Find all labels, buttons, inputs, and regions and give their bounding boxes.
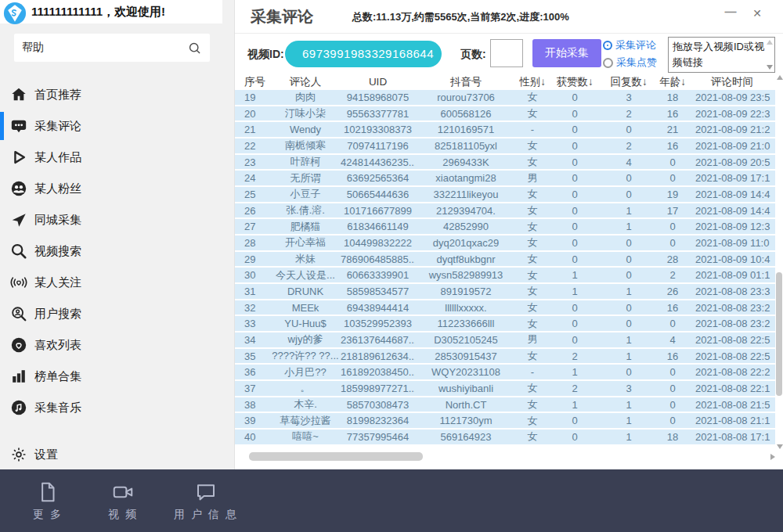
table-cell: 35 (235, 350, 270, 362)
table-cell: 101716677899 (341, 205, 415, 217)
table-cell: 嘻嘻~ (270, 430, 341, 444)
table-row[interactable]: 22南栀倾寒70974117196825181105yxl女02162021-0… (235, 138, 775, 155)
table-cell: 3 (601, 92, 656, 103)
table-row[interactable]: 32MEEk69438944414llllllxxxxx.女00162021-0… (235, 300, 775, 317)
vscroll-up-icon[interactable] (777, 75, 783, 80)
column-header[interactable]: 获赞数↓ (548, 75, 601, 89)
table-row[interactable]: 38木辛.58570308473North.CT女1102021-08-08 2… (235, 397, 775, 414)
table-cell: 786906485885... (341, 253, 415, 265)
table-row[interactable]: 35????许?? ??...218189612634...2853091543… (235, 349, 775, 365)
table-cell: 1 (601, 350, 656, 362)
search-icon[interactable] (187, 41, 202, 56)
sidebar-item-video-search[interactable]: 视频搜索 (0, 235, 234, 267)
table-row[interactable]: 20汀味小柒95563377781600568126女02162021-08-0… (235, 106, 775, 123)
column-header[interactable]: 抖音号 (415, 75, 517, 89)
sidebar-item-collect-music[interactable]: 采集音乐 (0, 392, 234, 423)
table-cell: dyq201qxac29 (415, 237, 517, 249)
vertical-scrollbar-thumb[interactable] (776, 272, 782, 396)
column-header[interactable]: 年龄↓ (656, 75, 689, 89)
table-row[interactable]: 39草莓沙拉酱819982323641121730ym女0102021-08-0… (235, 413, 775, 430)
table-row[interactable]: 31DRUNK58598534577891919572女11262021-08-… (235, 284, 775, 300)
start-collect-button[interactable]: 开始采集 (532, 39, 601, 67)
horizontal-scrollbar-thumb[interactable] (249, 452, 423, 461)
table-row[interactable]: 21Wendy1021933083731210169571-00212021-0… (235, 122, 775, 138)
minimize-icon[interactable]: — (722, 5, 739, 25)
sidebar-item-collect-comments[interactable]: 采集评论 (0, 110, 234, 142)
table-cell: 。 (270, 381, 341, 395)
table-cell: 21 (235, 124, 270, 135)
help-search-input[interactable]: 帮助 (14, 34, 210, 62)
scroll-down-icon[interactable] (767, 65, 773, 70)
table-cell: 25 (235, 189, 270, 200)
table-cell: 161892038450... (341, 366, 415, 378)
column-header[interactable]: 序号 (235, 75, 270, 89)
pages-input[interactable] (490, 39, 523, 67)
table-row[interactable]: 26张.倩.溶.1017166778992129394704.女01172021… (235, 203, 775, 220)
sidebar-item-label: 喜欢列表 (34, 338, 81, 353)
sidebar-item-user-follow[interactable]: 某人关注 (0, 267, 234, 298)
table-row[interactable]: 19肉肉94158968075rourou73706女03182021-08-0… (235, 90, 775, 106)
sidebar-item-like-list[interactable]: 喜欢列表 (0, 329, 234, 361)
column-header[interactable]: 回复数↓ (601, 75, 656, 89)
sidebar-item-city-collect[interactable]: 同城采集 (0, 204, 234, 235)
table-cell: 0 (548, 237, 601, 249)
sidebar-item-label: 视频搜索 (34, 244, 81, 259)
table-cell: 16 (656, 350, 689, 362)
table-cell: 女 (517, 203, 548, 217)
file-icon (36, 479, 60, 505)
table-cell: 0 (601, 269, 656, 281)
radio-collect-comments[interactable]: 采集评论 (603, 37, 657, 54)
toolbar-item-label: 更 多 (33, 508, 63, 522)
scroll-up-icon[interactable] (767, 40, 773, 45)
vscroll-down-icon[interactable] (777, 444, 783, 449)
sidebar-item-user-search[interactable]: 用户搜索 (0, 298, 234, 329)
toolbar-item-video[interactable]: 视 频 (99, 479, 147, 522)
table-cell: MEEk (270, 302, 341, 314)
radio-selected-icon[interactable] (604, 42, 611, 49)
sidebar-item-ranking[interactable]: 榜单合集 (0, 361, 234, 392)
table-row[interactable]: 28开心幸福104499832222dyq201qxac29女0002021-0… (235, 235, 775, 252)
video-id-input[interactable]: 6973991983329168644 (285, 41, 442, 67)
table-row[interactable]: 29米妹786906485885...dyqtf8ukbgnr女00282021… (235, 252, 775, 268)
table-cell: 1 (548, 366, 601, 378)
table-cell: 19 (656, 189, 689, 200)
sidebar-item-settings[interactable]: 设置 (0, 439, 234, 470)
table-row[interactable]: 37。185998977271...wushiyibanli女2302021-0… (235, 381, 775, 397)
column-header[interactable]: UID (341, 76, 415, 88)
table-row[interactable]: 24无所谓63692565364xiaotangmi28男0002021-08-… (235, 171, 775, 187)
app-window: 111111111111，欢迎使用! 帮助 首页推荐采集评论某人作品某人粉丝同城… (0, 0, 783, 532)
column-header[interactable]: 评论时间 (689, 75, 775, 89)
table-cell: 0 (548, 189, 601, 200)
sidebar-item-home[interactable]: 首页推荐 (0, 79, 234, 110)
table-cell: 28 (235, 237, 270, 249)
toolbar-item-user-info[interactable]: 用 户 信 息 (174, 479, 238, 522)
table-cell: 2 (656, 269, 689, 281)
table-row[interactable]: 34wjy的爹236137644687...D3052105245男014202… (235, 332, 775, 349)
table-cell: 23 (235, 156, 270, 168)
table-row[interactable]: 36小月巴??161892038450...WQY20231108-100202… (235, 365, 775, 381)
radio-collect-likes[interactable]: 采集点赞 (603, 54, 657, 71)
table-row[interactable]: 33YU-Huu$103529952393112233666lll女000202… (235, 316, 775, 332)
table-cell: 2021-08-08 22:5 (689, 350, 775, 362)
table-row[interactable]: 25小豆子50665444636332211likeyou女00192021-0… (235, 187, 775, 203)
table-cell: 肉肉 (270, 90, 341, 104)
table-cell: 332211likeyou (415, 189, 517, 200)
hscroll-right-icon[interactable] (770, 454, 775, 460)
toolbar-item-more[interactable]: 更 多 (23, 479, 72, 522)
table-cell: 2969433K (415, 156, 517, 168)
sidebar-item-user-fans[interactable]: 某人粉丝 (0, 173, 234, 204)
column-header[interactable]: 评论人 (270, 75, 341, 89)
video-link-dropzone[interactable]: 拖放导入视频ID或视频链接 (668, 37, 775, 73)
radio-unselected-icon[interactable] (603, 58, 613, 68)
close-icon[interactable]: ✕ (749, 7, 766, 27)
table-cell: 0 (601, 302, 656, 314)
column-header[interactable]: 性别↓ (517, 75, 548, 89)
table-cell: 0 (601, 253, 656, 265)
table-row[interactable]: 27肥橘猫6183466114942852990女0102021-08-09 1… (235, 219, 775, 235)
table-cell: 女 (517, 155, 548, 169)
table-row[interactable]: 40嘻嘻~77357995464569164923女01182021-08-08… (235, 430, 775, 446)
table-row[interactable]: 23叶辞柯424814436235...2969433K女0402021-08-… (235, 155, 775, 171)
table-cell: wjy的爹 (270, 332, 341, 347)
sidebar-item-user-works[interactable]: 某人作品 (0, 142, 234, 173)
table-row[interactable]: 30今天人设是...60663339901wysn582989913女10220… (235, 268, 775, 284)
